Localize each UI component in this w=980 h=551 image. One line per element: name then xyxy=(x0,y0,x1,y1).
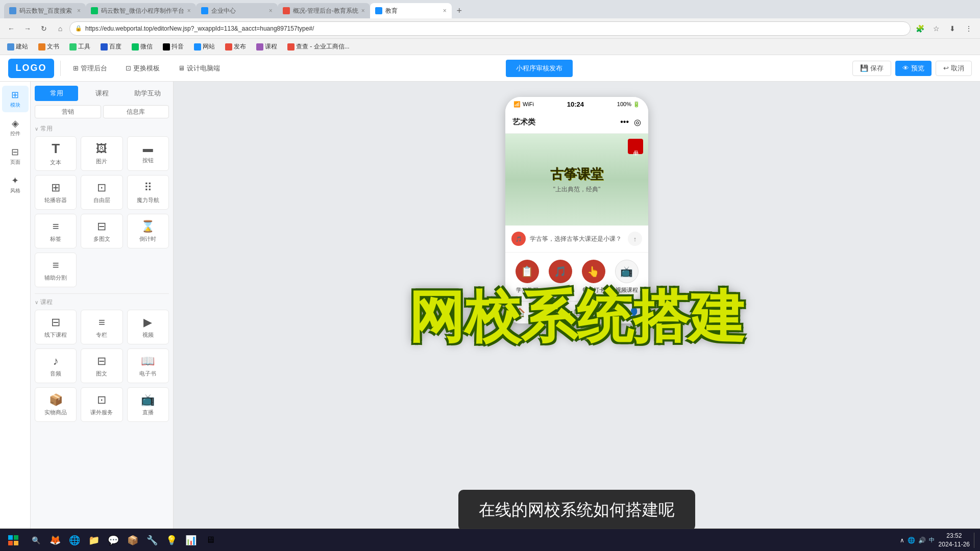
taskbar-folder[interactable]: 📁 xyxy=(85,531,103,549)
bottom-nav-home[interactable]: 🏠 xyxy=(505,307,534,318)
tab-5[interactable]: 教育 × xyxy=(370,3,452,18)
settings-button[interactable]: ⋮ xyxy=(962,21,976,36)
canvas-area: 📶 WiFi 10:24 100% 🔋 艺术类 ••• ◎ xyxy=(174,82,980,551)
tab-3-close[interactable]: × xyxy=(269,7,273,14)
bookmark-gongju[interactable]: 工具 xyxy=(66,41,93,52)
checkin-icon: 👆 xyxy=(587,265,600,278)
menu-item-video-course[interactable]: 📺 视频课程 xyxy=(610,260,643,294)
component-text[interactable]: T 文本 xyxy=(35,136,77,171)
component-tab[interactable]: ≡ 标签 xyxy=(35,214,77,248)
sidebar-item-style[interactable]: ✦ 风格 xyxy=(2,171,29,198)
taskbar-box[interactable]: 📦 xyxy=(124,531,142,549)
component-multitext[interactable]: ⊟ 多图文 xyxy=(81,214,122,248)
bookmark-fabu[interactable]: 发布 xyxy=(222,41,249,52)
show-desktop-button[interactable] xyxy=(974,533,976,548)
component-freelayer[interactable]: ⊡ 自由层 xyxy=(81,175,122,210)
bookmark-wangzhan[interactable]: 网站 xyxy=(191,41,218,52)
column-icon: ≡ xyxy=(99,316,105,329)
component-goods[interactable]: 📦 实物商品 xyxy=(35,387,77,422)
component-article[interactable]: ⊟ 图文 xyxy=(81,348,122,383)
taskbar-start-button[interactable] xyxy=(4,531,22,549)
publish-button[interactable]: 小程序审核发布 xyxy=(506,60,573,77)
bottom-nav-profile[interactable]: 👤 xyxy=(620,307,648,318)
bottom-nav-community[interactable]: 👤 xyxy=(534,307,562,318)
back-button[interactable]: ← xyxy=(4,21,18,36)
extensions-button[interactable]: 🧩 xyxy=(913,21,927,36)
bookmark-weixin[interactable]: 微信 xyxy=(129,41,156,52)
taskbar-app8[interactable]: 💡 xyxy=(162,531,181,549)
new-tab-button[interactable]: + xyxy=(452,3,467,18)
tab-5-close[interactable]: × xyxy=(443,7,447,14)
tab-3[interactable]: 企业中心 × xyxy=(196,3,278,18)
offline-course-label: 线下课程 xyxy=(44,331,67,339)
tray-up-arrow[interactable]: ∧ xyxy=(900,537,904,544)
tab-1-close[interactable]: × xyxy=(77,7,81,14)
management-button[interactable]: ⊞ 管理后台 xyxy=(67,61,113,76)
refresh-button[interactable]: ↻ xyxy=(37,21,51,36)
volume-icon[interactable]: 🔊 xyxy=(918,537,926,544)
component-column[interactable]: ≡ 专栏 xyxy=(81,310,122,344)
component-video[interactable]: ▶ 视频 xyxy=(127,310,169,344)
taskbar-clock[interactable]: 23:52 2024-11-26 xyxy=(939,532,970,549)
menu-item-score[interactable]: 🎵 曲谱练习 xyxy=(544,260,577,294)
service-icon: ⊡ xyxy=(97,393,106,407)
home-button[interactable]: ⌂ xyxy=(53,21,67,36)
tab-1-label: 码云数智_百度搜索 xyxy=(19,7,74,15)
home-nav-icon: 🏠 xyxy=(514,307,525,318)
panel-subtab-infolib[interactable]: 信息库 xyxy=(103,105,169,118)
logo-button[interactable]: LOGO xyxy=(8,59,54,78)
component-ebook[interactable]: 📖 电子书 xyxy=(127,348,169,383)
template-button[interactable]: ⊡ 更换模板 xyxy=(119,61,166,76)
tab-2[interactable]: 码云数智_微信小程序制作平台 × xyxy=(86,3,196,18)
taskbar-excel[interactable]: 📊 xyxy=(182,531,200,549)
sidebar-item-page[interactable]: ⊟ 页面 xyxy=(2,143,29,169)
preview-button[interactable]: 👁 预览 xyxy=(895,61,932,76)
sidebar-item-module[interactable]: ⊞ 模块 xyxy=(2,86,29,112)
bookmark-chcha[interactable]: 查查 - 企业工商信... xyxy=(284,41,353,52)
tab-4-close[interactable]: × xyxy=(361,7,365,14)
tab-2-close[interactable]: × xyxy=(187,7,191,14)
sidebar-item-widget[interactable]: ◈ 控件 xyxy=(2,114,29,141)
tab-4[interactable]: 概况-管理后台-教育系统 × xyxy=(278,3,370,18)
component-magiconav[interactable]: ⠿ 魔力导航 xyxy=(127,175,169,210)
design-button[interactable]: 🖥 设计电脑端 xyxy=(172,61,226,76)
bottom-nav-grid[interactable]: ⊞ xyxy=(562,307,591,318)
bookmark-baidu[interactable]: 百度 xyxy=(97,41,125,52)
taskbar-search-button[interactable]: 🔍 xyxy=(27,531,45,549)
component-offline-course[interactable]: ⊟ 线下课程 xyxy=(35,310,77,344)
taskbar-tool[interactable]: 🔧 xyxy=(143,531,161,549)
downloads-button[interactable]: ⬇ xyxy=(945,21,960,36)
bookmark-jianzhan[interactable]: 建站 xyxy=(4,41,31,52)
favorites-button[interactable]: ☆ xyxy=(929,21,943,36)
component-carousel[interactable]: ⊞ 轮播容器 xyxy=(35,175,77,210)
component-countdown[interactable]: ⌛ 倒计时 xyxy=(127,214,169,248)
menu-item-checkin[interactable]: 👆 每日打卡 xyxy=(577,260,610,294)
taskbar-wechat[interactable]: 💬 xyxy=(104,531,122,549)
taskbar-firefox[interactable]: 🦊 xyxy=(46,531,64,549)
preview-icon: 👁 xyxy=(902,64,909,72)
panel-tab-course[interactable]: 课程 xyxy=(80,86,124,101)
component-service[interactable]: ⊡ 课外服务 xyxy=(81,387,122,422)
taskbar-edge[interactable]: 🌐 xyxy=(65,531,84,549)
panel-tab-interaction[interactable]: 助学互动 xyxy=(126,86,169,101)
panel-tab-common[interactable]: 常用 xyxy=(35,86,78,101)
address-bar[interactable]: 🔒 https://edu.webportal.top/editorNew.js… xyxy=(69,21,911,36)
bottom-nav-calendar[interactable]: 📅 xyxy=(591,307,620,318)
component-audio[interactable]: ♪ 音频 xyxy=(35,348,77,383)
bookmark-douyin[interactable]: 抖音 xyxy=(160,41,187,52)
component-livestream[interactable]: 📺 直播 xyxy=(127,387,169,422)
forward-button[interactable]: → xyxy=(20,21,35,36)
tab-1[interactable]: 码云数智_百度搜索 × xyxy=(4,3,86,18)
cancel-button[interactable]: ↩ 取消 xyxy=(936,61,972,76)
panel-subtab-marketing[interactable]: 营销 xyxy=(35,105,101,118)
menu-item-learn[interactable]: 📋 学习教程 xyxy=(510,260,544,294)
bookmark-kecheng[interactable]: 课程 xyxy=(253,41,280,52)
component-divider[interactable]: ≡ 辅助分割 xyxy=(35,253,77,287)
chat-text: 学古筝，选择古筝大课还是小课？ xyxy=(530,235,622,243)
video-course-label: 视频课程 xyxy=(616,286,638,294)
taskbar-app10[interactable]: 🖥 xyxy=(201,531,219,549)
component-button[interactable]: ▬ 按钮 xyxy=(127,136,169,171)
component-image[interactable]: 🖼 图片 xyxy=(81,136,122,171)
bookmark-wenshu[interactable]: 文书 xyxy=(35,41,62,52)
save-button[interactable]: 💾 保存 xyxy=(852,61,891,76)
